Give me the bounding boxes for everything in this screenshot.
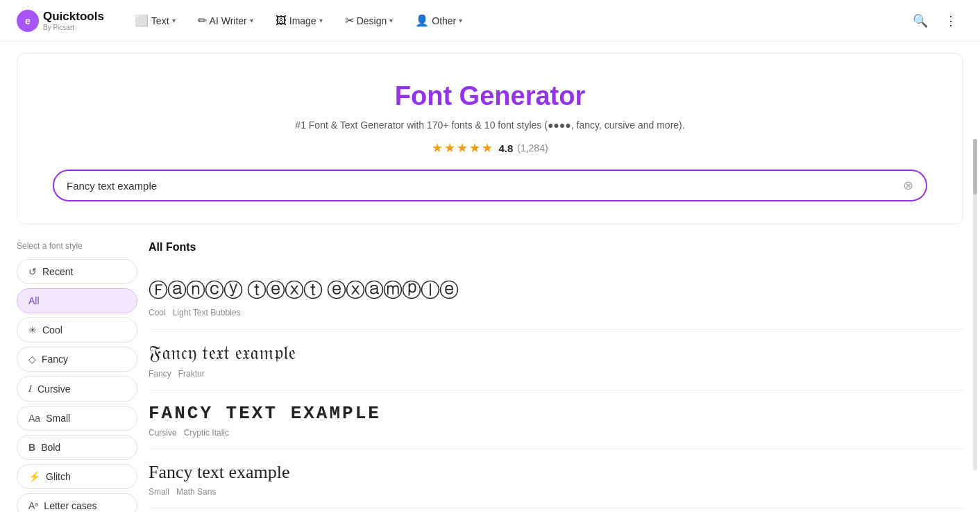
font-entry-fraktur[interactable]: 𝔉𝔞𝔫𝔠𝔶 𝔱𝔢𝔵𝔱 𝔢𝔵𝔞𝔪𝔭𝔩𝔢 Fancy Fraktur — [149, 329, 963, 390]
font-entry-cryptic-italic[interactable]: FANCY TEXT EXAMPLE Cursive Cryptic Itali… — [149, 390, 963, 449]
text-chevron: ▾ — [172, 17, 176, 24]
font-tags-bubbles: Cool Light Text Bubbles — [149, 308, 963, 317]
sidebar-item-cool[interactable]: ✳ Cool — [17, 317, 137, 342]
sidebar-item-all[interactable]: All — [17, 288, 137, 313]
font-entry-light-text-bubbles[interactable]: Ⓕⓐⓝⓒⓨ ⓣⓔⓧⓣ ⓔⓧⓐⓜⓟⓛⓔ Cool Light Text Bubbl… — [149, 265, 963, 329]
small-icon: Aa — [28, 413, 40, 424]
font-preview-bubbles: Ⓕⓐⓝⓒⓨ ⓣⓔⓧⓣ ⓔⓧⓐⓜⓟⓛⓔ — [149, 277, 963, 304]
nav-ai-writer[interactable]: ✏ AI Writer ▾ — [189, 8, 262, 33]
font-tag-cryptic-italic[interactable]: Cryptic Italic — [184, 428, 229, 438]
nav-image[interactable]: 🖼 Image ▾ — [267, 9, 331, 33]
sidebar-item-recent[interactable]: ↺ Recent — [17, 259, 137, 284]
image-icon: 🖼 — [276, 15, 287, 27]
cool-icon: ✳ — [28, 324, 37, 336]
nav-design[interactable]: ✂ Design ▾ — [337, 8, 402, 33]
font-tag-math-sans[interactable]: Math Sans — [176, 487, 216, 497]
logo[interactable]: e Quicktools By Picsart — [17, 10, 104, 32]
design-icon: ✂ — [345, 14, 354, 27]
font-tag-fancy[interactable]: Fancy — [149, 369, 171, 379]
bold-icon: B — [28, 442, 35, 453]
design-chevron: ▾ — [389, 17, 393, 24]
logo-icon: e — [17, 10, 39, 32]
nav-text[interactable]: ⬜ Text ▾ — [126, 8, 184, 33]
glitch-icon: ⚡ — [28, 471, 40, 482]
nav-other[interactable]: 👤 Other ▾ — [407, 8, 471, 33]
other-chevron: ▾ — [459, 17, 462, 24]
scrollbar-track[interactable] — [973, 139, 977, 470]
stars: ★★★★★ — [432, 140, 494, 156]
font-preview-fraktur: 𝔉𝔞𝔫𝔠𝔶 𝔱𝔢𝔵𝔱 𝔢𝔵𝔞𝔪𝔭𝔩𝔢 — [149, 342, 963, 365]
share-button[interactable]: ⋮ — [938, 8, 963, 33]
fancy-icon: ◇ — [28, 354, 36, 365]
page-title: Font Generator — [34, 81, 946, 111]
sidebar-item-fancy[interactable]: ◇ Fancy — [17, 347, 137, 372]
font-tag-cool[interactable]: Cool — [149, 308, 166, 317]
rating-count: (1,284) — [517, 142, 548, 154]
rating-number: 4.8 — [498, 142, 513, 154]
search-input[interactable] — [67, 180, 903, 192]
scrollbar-thumb[interactable] — [973, 139, 977, 195]
font-entry-script-bold-italic[interactable]: 𝓕𝓪𝓷𝓬𝔂 𝓽𝓮𝔁𝓽 𝓮𝔁𝓪𝓶𝓹𝓵𝓮 Fancy Script Bold Ita… — [149, 509, 963, 512]
font-tag-fraktur[interactable]: Fraktur — [178, 369, 205, 379]
font-tag-light-text-bubbles[interactable]: Light Text Bubbles — [173, 308, 241, 317]
search-clear-button[interactable]: ⊗ — [903, 178, 913, 193]
sidebar-title: Select a font style — [17, 241, 137, 251]
font-tags-cryptic: Cursive Cryptic Italic — [149, 428, 963, 438]
search-bar: ⊗ — [53, 170, 927, 201]
font-entry-math-sans[interactable]: Fancy text example Small Math Sans — [149, 449, 963, 509]
logo-name: Quicktools — [43, 10, 104, 24]
sidebar-item-small[interactable]: Aa Small — [17, 406, 137, 431]
sidebar: Select a font style ↺ Recent All ✳ Cool … — [17, 241, 149, 512]
font-tag-cursive[interactable]: Cursive — [149, 428, 177, 438]
font-tag-small[interactable]: Small — [149, 487, 169, 497]
letter-cases-icon: Aᵃ — [28, 500, 38, 511]
font-preview-math-sans: Fancy text example — [149, 462, 963, 483]
ai-writer-chevron: ▾ — [250, 17, 253, 24]
sidebar-item-glitch[interactable]: ⚡ Glitch — [17, 464, 137, 489]
navbar: e Quicktools By Picsart ⬜ Text ▾ ✏ AI Wr… — [0, 0, 980, 42]
font-tags-fraktur: Fancy Fraktur — [149, 369, 963, 379]
text-icon: ⬜ — [135, 14, 149, 27]
hero-subtitle: #1 Font & Text Generator with 170+ fonts… — [34, 119, 946, 131]
sidebar-item-cursive[interactable]: 𝐼 Cursive — [17, 376, 137, 402]
cursive-icon: 𝐼 — [28, 383, 32, 395]
rating-row: ★★★★★ 4.8 (1,284) — [34, 140, 946, 156]
font-tags-math-sans: Small Math Sans — [149, 487, 963, 497]
image-chevron: ▾ — [319, 17, 323, 24]
logo-sub: By Picsart — [43, 24, 104, 31]
other-icon: 👤 — [415, 14, 429, 27]
font-list-title: All Fonts — [149, 241, 963, 254]
font-preview-cryptic: FANCY TEXT EXAMPLE — [149, 403, 963, 424]
ai-writer-icon: ✏ — [198, 14, 207, 27]
content-area: Select a font style ↺ Recent All ✳ Cool … — [0, 224, 980, 512]
sidebar-item-bold[interactable]: B Bold — [17, 435, 137, 460]
sidebar-item-letter-cases[interactable]: Aᵃ Letter cases — [17, 493, 137, 512]
search-button[interactable]: 🔍 — [908, 8, 933, 33]
recent-icon: ↺ — [28, 266, 37, 277]
font-list: All Fonts Ⓕⓐⓝⓒⓨ ⓣⓔⓧⓣ ⓔⓧⓐⓜⓟⓛⓔ Cool Light … — [149, 241, 963, 512]
hero-section: Font Generator #1 Font & Text Generator … — [17, 53, 963, 224]
